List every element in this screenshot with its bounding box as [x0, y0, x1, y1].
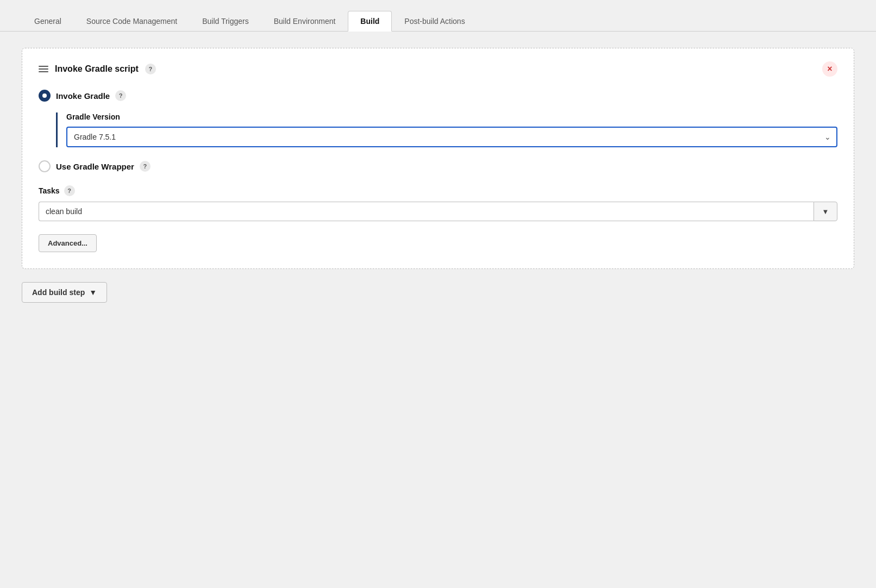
gradle-version-section: Gradle Version Gradle 7.5.1 Gradle 7.4 G… [56, 112, 837, 147]
invoke-gradle-radio[interactable] [39, 90, 51, 102]
advanced-button[interactable]: Advanced... [39, 234, 97, 252]
tasks-section: Tasks ? ▼ [39, 185, 837, 221]
use-gradle-wrapper-option[interactable]: Use Gradle Wrapper ? [39, 160, 837, 172]
tab-post-build-actions[interactable]: Post-build Actions [392, 11, 477, 31]
tasks-label: Tasks [39, 186, 60, 195]
use-gradle-wrapper-label: Use Gradle Wrapper [56, 162, 134, 171]
invoke-gradle-help-icon[interactable]: ? [115, 90, 126, 101]
tasks-dropdown-button[interactable]: ▼ [814, 202, 837, 221]
build-card: Invoke Gradle script ? × Invoke Gradle ?… [22, 48, 854, 269]
tasks-label-row: Tasks ? [39, 185, 837, 196]
card-title-help-icon[interactable]: ? [145, 64, 156, 74]
tasks-input[interactable] [39, 202, 814, 221]
card-title: Invoke Gradle script [55, 64, 139, 74]
tab-general[interactable]: General [22, 11, 74, 31]
tab-build-environment[interactable]: Build Environment [261, 11, 348, 31]
tab-source-code-management[interactable]: Source Code Management [74, 11, 190, 31]
tab-bar: General Source Code Management Build Tri… [0, 0, 876, 32]
add-build-step-label: Add build step [32, 288, 85, 297]
invoke-gradle-option[interactable]: Invoke Gradle ? [39, 90, 837, 102]
tasks-help-icon[interactable]: ? [64, 185, 75, 196]
card-header: Invoke Gradle script ? × [39, 61, 837, 77]
gradle-version-select-wrapper: Gradle 7.5.1 Gradle 7.4 Gradle 7.3 Defau… [66, 127, 837, 147]
tasks-input-row: ▼ [39, 202, 837, 221]
close-button[interactable]: × [822, 61, 837, 77]
card-header-left: Invoke Gradle script ? [39, 64, 156, 74]
drag-handle-icon[interactable] [39, 66, 48, 72]
invoke-gradle-label: Invoke Gradle [56, 91, 110, 101]
gradle-version-select[interactable]: Gradle 7.5.1 Gradle 7.4 Gradle 7.3 Defau… [66, 127, 837, 147]
add-build-step-button[interactable]: Add build step ▼ [22, 282, 107, 303]
use-gradle-wrapper-radio[interactable] [39, 160, 51, 172]
chevron-down-icon: ▼ [89, 288, 97, 297]
main-content: Invoke Gradle script ? × Invoke Gradle ?… [0, 32, 876, 319]
use-gradle-wrapper-help-icon[interactable]: ? [140, 161, 151, 172]
gradle-version-label: Gradle Version [66, 112, 837, 121]
tab-build[interactable]: Build [348, 11, 392, 32]
tab-build-triggers[interactable]: Build Triggers [190, 11, 261, 31]
